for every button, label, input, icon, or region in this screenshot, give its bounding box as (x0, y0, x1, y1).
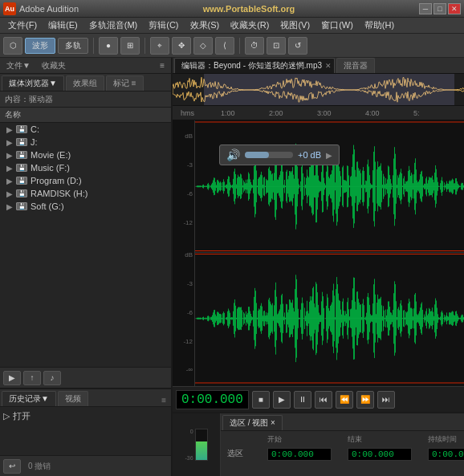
start-value-col: 0:00.000 (267, 448, 332, 461)
duration-label: 持续时间 (428, 434, 464, 445)
toolbar-btn-loop[interactable]: ↺ (288, 37, 307, 55)
title-bar: Au Adobe Audition www.PortableSoft.org ─… (0, 0, 464, 18)
db-label: -6 (187, 309, 193, 316)
tab-markers[interactable]: 标记 ≡ (106, 75, 144, 91)
wave-canvas-area[interactable]: 🔊 +0 dB ▶ (195, 120, 464, 386)
import-button[interactable]: ↑ (23, 371, 41, 385)
list-item[interactable]: ▶ 💾 C: (0, 123, 171, 136)
drive-icon: 💾 (16, 202, 27, 210)
file-menu[interactable]: 文件▼ (3, 59, 34, 72)
menu-effects[interactable]: 效果(S) (185, 18, 225, 33)
duration-col: 持续时间 (428, 434, 464, 445)
multitrack-mode-button[interactable]: 多轨 (58, 38, 88, 54)
drive-label: Program (D:) (31, 176, 82, 185)
main-waveform-display: dB -3 -6 -12 dB -3 -6 -12 -∞ 🔊 (173, 120, 464, 386)
expand-icon: ▶ (6, 189, 13, 198)
list-item[interactable]: ▶ 💾 J: (0, 136, 171, 148)
mini-preview: 0 -36 (173, 413, 221, 476)
stop-button[interactable]: ■ (252, 391, 270, 409)
volume-more-icon[interactable]: ▶ (326, 151, 332, 160)
rewind-button[interactable]: ⏪ (336, 391, 353, 409)
toolbar-btn-time[interactable]: ⏱ (245, 37, 264, 55)
start-label: 开始 (267, 434, 332, 445)
volume-slider[interactable] (245, 152, 293, 158)
tab-video[interactable]: 视频 (58, 391, 88, 406)
list-item[interactable]: ▶ 💾 Music (F:) (0, 161, 171, 174)
list-item[interactable]: ▶ 💾 Program (D:) (0, 174, 171, 187)
toolbar-btn-razor[interactable]: ◇ (193, 37, 213, 55)
toolbar-btn-snap[interactable]: ⊡ (267, 37, 286, 55)
menu-help[interactable]: 帮助(H) (360, 18, 399, 33)
toolbar-btn-fade[interactable]: ⟨ (215, 37, 234, 55)
menu-file[interactable]: 文件(F) (3, 18, 42, 33)
db-label: -12 (183, 219, 193, 226)
toolbar-icon-1[interactable]: ⬡ (3, 37, 22, 55)
drive-icon: 💾 (16, 125, 27, 133)
tab-close-icon[interactable]: ✕ (325, 62, 332, 70)
menu-edit[interactable]: 编辑(E) (43, 18, 83, 33)
ruler-mark-5: 5: (413, 109, 420, 117)
expand-icon: ▶ (6, 125, 13, 134)
drive-icon: 💾 (16, 164, 27, 172)
undo-btn[interactable]: ↩ (3, 459, 21, 474)
fast-forward-button[interactable]: ⏩ (356, 391, 374, 409)
end-value[interactable]: 0:00.000 (348, 448, 412, 461)
selection-header-row: 开始 结束 持续时间 (227, 434, 464, 445)
thumbnail-waveform[interactable]: 🔍 ⊡ (173, 74, 464, 106)
toolbar-btn-move[interactable]: ✥ (172, 37, 191, 55)
db-scale-bottom: -36 (185, 455, 193, 461)
toolbar-btn-sel[interactable]: ⌖ (150, 37, 169, 55)
duration-value[interactable]: 0:00.000 (428, 448, 464, 461)
menu-view[interactable]: 视图(V) (275, 18, 315, 33)
waveform-area: 🔍 ⊡ hms 1:00 2:00 3:00 4:00 5: dB (173, 74, 464, 476)
ruler-mark-hms: hms (181, 109, 194, 117)
tab-effects-group[interactable]: 效果组 (66, 75, 104, 91)
tab-mixer[interactable]: 混音器 (336, 58, 375, 73)
rewind-to-start-button[interactable]: ⏮ (315, 391, 332, 409)
list-item[interactable]: ▶ 💾 Soft (G:) (0, 200, 171, 213)
duration-value-col: 0:00.000 (428, 448, 464, 461)
start-value[interactable]: 0:00.000 (267, 448, 332, 461)
volume-button[interactable]: ♪ (43, 371, 61, 385)
tab-selection-view[interactable]: 选区 / 视图 × (222, 415, 283, 430)
play-button[interactable]: ▶ (3, 371, 21, 385)
mixer-tab-label: 混音器 (344, 60, 368, 71)
history-menu-icon[interactable]: ≡ (158, 394, 169, 406)
db-scale-top: 0 (185, 429, 193, 434)
content-header: 内容：驱动器 (0, 92, 171, 108)
pause-button[interactable]: ⏸ (294, 391, 311, 409)
drive-icon: 💾 (16, 151, 27, 159)
menu-favorites[interactable]: 收藏夹(R) (226, 18, 274, 33)
tab-media-browser[interactable]: 媒体浏览器▼ (2, 75, 64, 91)
content-label: 内容：驱动器 (5, 94, 53, 105)
ruler-mark-3: 3:00 (317, 109, 332, 117)
end-label: 结束 (348, 434, 412, 445)
forward-to-end-button[interactable]: ⏭ (377, 391, 395, 409)
toolbar-btn-record[interactable]: ● (99, 37, 118, 55)
file-list-controls: ▶ ↑ ♪ (0, 367, 171, 388)
ruler-mark-2: 2:00 (269, 109, 283, 117)
mini-level-bar (195, 429, 208, 461)
tab-editor-main[interactable]: 编辑器：Beyond - 你知道我的迷惘.mp3 ✕ (174, 58, 335, 73)
list-item[interactable]: ▶ 💾 Movie (E:) (0, 148, 171, 161)
list-item[interactable]: ▶ 💾 RAMDISK (H:) (0, 187, 171, 200)
folder-menu[interactable]: 收藏夹 (39, 59, 69, 72)
drive-label: RAMDISK (H:) (31, 189, 88, 198)
left-panel: 文件▼ 收藏夹 ≡ 媒体浏览器▼ 效果组 标记 ≡ 内容：驱动器 名称 ▶ 💾 … (0, 58, 173, 476)
close-button[interactable]: ✕ (448, 3, 461, 14)
menu-clip[interactable]: 剪辑(C) (144, 18, 183, 33)
toolbar-btn-zoom[interactable]: ⊞ (120, 37, 140, 55)
toolbar: ⬡ 波形 多轨 ● ⊞ ⌖ ✥ ◇ ⟨ ⏱ ⊡ ↺ (0, 34, 464, 58)
waveform-mode-label: 波形 (32, 40, 48, 51)
start-col: 开始 (267, 434, 332, 445)
minimize-button[interactable]: ─ (419, 3, 432, 14)
menu-window[interactable]: 窗口(W) (316, 18, 358, 33)
panel-menu-icon[interactable]: ≡ (157, 60, 168, 71)
db-labels-left: dB -3 -6 -12 dB -3 -6 -12 -∞ (173, 120, 195, 386)
tab-history[interactable]: 历史记录▼ (2, 391, 56, 406)
waveform-mode-button[interactable]: 波形 (25, 38, 55, 54)
menu-multitrack[interactable]: 多轨混音(M) (84, 18, 143, 33)
play-button[interactable]: ▶ (273, 391, 291, 409)
maximize-button[interactable]: □ (433, 3, 446, 14)
selection-content: 开始 结束 持续时间 选区 (221, 431, 464, 476)
